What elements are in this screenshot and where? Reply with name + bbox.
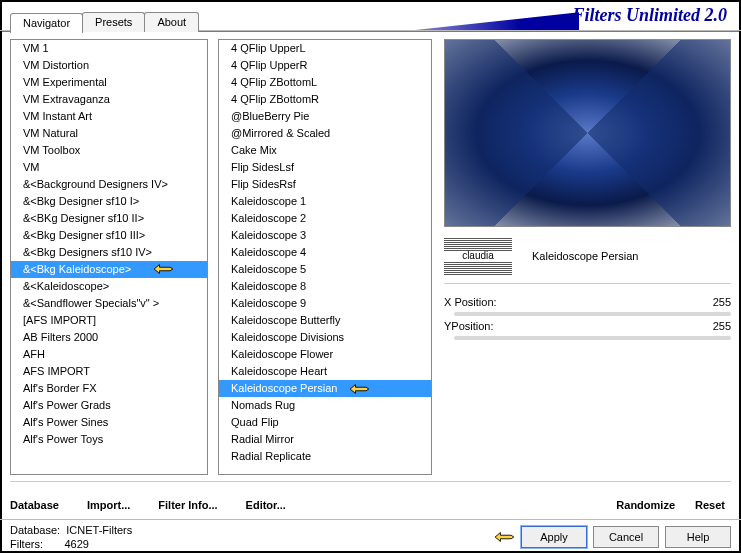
- list-item[interactable]: Radial Replicate: [219, 448, 431, 465]
- list-item[interactable]: Kaleidoscope Heart: [219, 363, 431, 380]
- list-item[interactable]: VM Extravaganza: [11, 91, 207, 108]
- list-item[interactable]: VM: [11, 159, 207, 176]
- current-filter-name: Kaleidoscope Persian: [532, 250, 638, 262]
- tab-navigator[interactable]: Navigator: [10, 13, 83, 33]
- list-item[interactable]: Kaleidoscope Butterfly: [219, 312, 431, 329]
- list-item[interactable]: &<Sandflower Specials"v" >: [11, 295, 207, 312]
- list-item[interactable]: Alf's Power Sines: [11, 414, 207, 431]
- randomize-link[interactable]: Randomize: [616, 499, 675, 511]
- list-item[interactable]: VM Distortion: [11, 57, 207, 74]
- list-item[interactable]: Kaleidoscope 3: [219, 227, 431, 244]
- list-item[interactable]: Kaleidoscope 4: [219, 244, 431, 261]
- list-item[interactable]: &<Bkg Designer sf10 I>: [11, 193, 207, 210]
- list-item[interactable]: 4 QFlip ZBottomL: [219, 74, 431, 91]
- list-item[interactable]: &<Background Designers IV>: [11, 176, 207, 193]
- list-item[interactable]: &<BKg Designer sf10 II>: [11, 210, 207, 227]
- list-item[interactable]: Kaleidoscope 5: [219, 261, 431, 278]
- list-item[interactable]: Flip SidesLsf: [219, 159, 431, 176]
- footer-info: Database: ICNET-Filters Filters: 4629: [10, 523, 132, 551]
- list-item[interactable]: AFS IMPORT: [11, 363, 207, 380]
- list-item[interactable]: Flip SidesRsf: [219, 176, 431, 193]
- list-item[interactable]: VM Experimental: [11, 74, 207, 91]
- parameter-list: X Position:255YPosition:255: [444, 294, 731, 342]
- list-item[interactable]: &<Kaleidoscope>: [11, 278, 207, 295]
- list-item[interactable]: Kaleidoscope 2: [219, 210, 431, 227]
- list-item[interactable]: Quad Flip: [219, 414, 431, 431]
- list-item[interactable]: [AFS IMPORT]: [11, 312, 207, 329]
- list-item[interactable]: VM Instant Art: [11, 108, 207, 125]
- list-item[interactable]: Kaleidoscope 1: [219, 193, 431, 210]
- tab-bar: NavigatorPresetsAbout: [10, 12, 198, 32]
- cancel-button[interactable]: Cancel: [593, 526, 659, 548]
- tab-presets[interactable]: Presets: [82, 12, 145, 32]
- list-item[interactable]: Nomads Rug: [219, 397, 431, 414]
- list-item[interactable]: @BlueBerry Pie: [219, 108, 431, 125]
- list-item[interactable]: Kaleidoscope 8: [219, 278, 431, 295]
- import-link[interactable]: Import...: [87, 499, 130, 511]
- editor-link[interactable]: Editor...: [246, 499, 286, 511]
- list-item[interactable]: AB Filters 2000: [11, 329, 207, 346]
- list-item[interactable]: &<Bkg Designers sf10 IV>: [11, 244, 207, 261]
- list-item[interactable]: Kaleidoscope Divisions: [219, 329, 431, 346]
- pointer-icon: [152, 261, 174, 277]
- database-link[interactable]: Database: [10, 499, 59, 511]
- preview-image: [444, 39, 731, 227]
- filter-info-link[interactable]: Filter Info...: [158, 499, 217, 511]
- list-item[interactable]: Radial Mirror: [219, 431, 431, 448]
- filter-list[interactable]: 4 QFlip UpperL4 QFlip UpperR4 QFlip ZBot…: [218, 39, 432, 475]
- app-title: Filters Unlimited 2.0: [572, 3, 727, 27]
- reset-link[interactable]: Reset: [695, 499, 725, 511]
- list-item[interactable]: Alf's Border FX: [11, 380, 207, 397]
- apply-button[interactable]: Apply: [521, 526, 587, 548]
- help-button[interactable]: Help: [665, 526, 731, 548]
- category-list[interactable]: VM 1VM DistortionVM ExperimentalVM Extra…: [10, 39, 208, 475]
- list-item[interactable]: Kaleidoscope Flower: [219, 346, 431, 363]
- list-item[interactable]: Alf's Power Toys: [11, 431, 207, 448]
- list-item[interactable]: Alf's Power Grads: [11, 397, 207, 414]
- list-item[interactable]: 4 QFlip UpperR: [219, 57, 431, 74]
- pointer-icon: [348, 381, 370, 397]
- list-item[interactable]: &<Bkg Designer sf10 III>: [11, 227, 207, 244]
- param-row: YPosition:255: [444, 318, 731, 334]
- list-item[interactable]: Kaleidoscope Persian: [219, 380, 431, 397]
- list-item[interactable]: Cake Mix: [219, 142, 431, 159]
- list-item[interactable]: VM 1: [11, 40, 207, 57]
- list-item[interactable]: VM Natural: [11, 125, 207, 142]
- tab-about[interactable]: About: [144, 12, 199, 32]
- list-item[interactable]: @Mirrored & Scaled: [219, 125, 431, 142]
- list-item[interactable]: AFH: [11, 346, 207, 363]
- pointer-icon: [493, 529, 515, 545]
- list-item[interactable]: VM Toolbox: [11, 142, 207, 159]
- claudia-badge: claudia: [444, 237, 512, 275]
- slider[interactable]: [454, 336, 731, 340]
- list-item[interactable]: Kaleidoscope 9: [219, 295, 431, 312]
- slider[interactable]: [454, 312, 731, 316]
- list-item[interactable]: 4 QFlip UpperL: [219, 40, 431, 57]
- param-row: X Position:255: [444, 294, 731, 310]
- list-item[interactable]: &<Bkg Kaleidoscope>: [11, 261, 207, 278]
- list-item[interactable]: 4 QFlip ZBottomR: [219, 91, 431, 108]
